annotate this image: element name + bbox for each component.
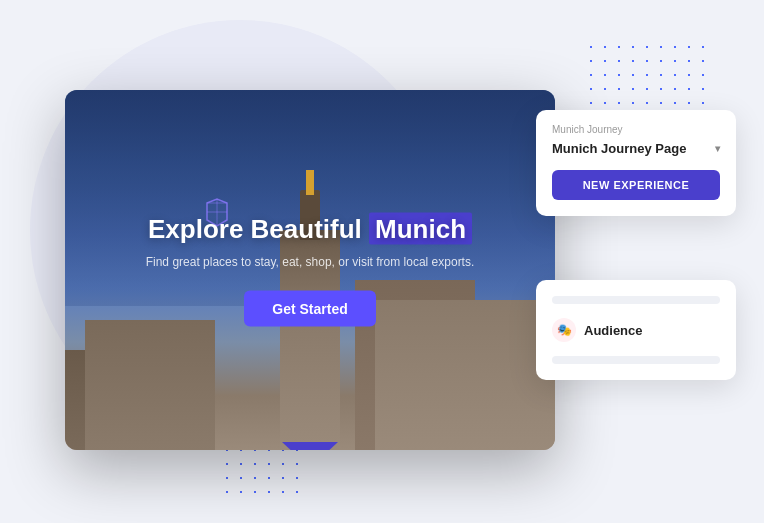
building-left bbox=[85, 320, 215, 450]
hero-background: Explore Beautiful Munich Find great plac… bbox=[65, 90, 555, 450]
dot-grid-bottom bbox=[220, 443, 300, 493]
hero-subtitle: Find great places to stay, eat, shop, or… bbox=[65, 255, 555, 269]
hero-title-start: Explore Beautiful bbox=[148, 214, 362, 244]
panel-top: Munich Journey Munich Journey Page ▾ NEW… bbox=[536, 110, 736, 216]
arrow-down bbox=[282, 442, 338, 450]
selected-page-label: Munich Journey Page bbox=[552, 141, 686, 156]
audience-emoji: 🎭 bbox=[557, 323, 572, 337]
hero-content: Explore Beautiful Munich Find great plac… bbox=[65, 214, 555, 327]
new-experience-button[interactable]: NEW EXPERIENCE bbox=[552, 170, 720, 200]
panel-top-select[interactable]: Munich Journey Page ▾ bbox=[552, 141, 720, 156]
panel-line-1 bbox=[552, 296, 720, 304]
panel-bottom: 🎭 Audience bbox=[536, 280, 736, 380]
panel-top-label: Munich Journey bbox=[552, 124, 720, 135]
hero-title: Explore Beautiful Munich bbox=[65, 214, 555, 245]
hero-card: Explore Beautiful Munich Find great plac… bbox=[65, 90, 555, 450]
audience-row: 🎭 Audience bbox=[552, 318, 720, 342]
dot-grid-top bbox=[584, 40, 704, 110]
chevron-down-icon: ▾ bbox=[715, 143, 720, 154]
audience-icon: 🎭 bbox=[552, 318, 576, 342]
hero-title-highlight: Munich bbox=[369, 213, 472, 245]
panel-line-2 bbox=[552, 356, 720, 364]
audience-label: Audience bbox=[584, 323, 643, 338]
get-started-button[interactable]: Get Started bbox=[244, 291, 375, 327]
